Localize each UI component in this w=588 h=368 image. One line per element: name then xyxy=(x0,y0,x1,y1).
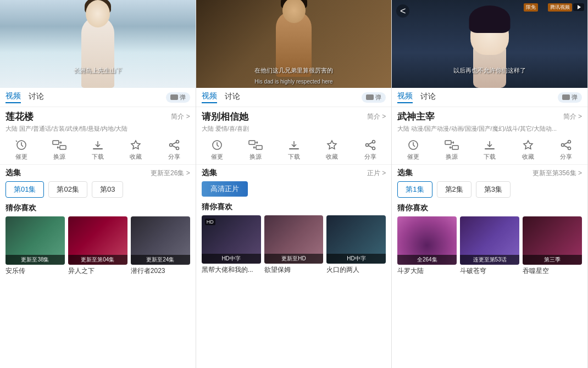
action-share-3[interactable]: 分享 xyxy=(558,138,574,161)
rec-item-1-2[interactable]: 更新至24集 潜行者2023 xyxy=(131,216,190,276)
action-star-1[interactable]: 收藏 xyxy=(128,138,143,161)
intro-link-2[interactable]: 简介 > xyxy=(367,112,386,121)
action-star-2[interactable]: 收藏 xyxy=(324,138,340,161)
action-label-star-3: 收藏 xyxy=(522,153,534,161)
rec-item-1-0[interactable]: 更新至38集 安乐传 xyxy=(5,216,65,276)
action-history-3[interactable]: 催更 xyxy=(406,138,421,161)
rec-item-3-2[interactable]: 第三季 吞噬星空 xyxy=(523,216,582,276)
ep-section-title-1: 选集 xyxy=(5,168,21,178)
ep-btn-3-0[interactable]: 第1集 xyxy=(397,181,432,198)
danmu-icon-1 xyxy=(170,94,178,100)
download-icon xyxy=(90,138,106,152)
tab-discussion-3[interactable]: 讨论 xyxy=(420,92,436,103)
action-share-1[interactable]: 分享 xyxy=(167,138,182,161)
ep-section-title-2: 选集 xyxy=(202,168,217,178)
video-thumb-1[interactable]: 长洲岛上先生山下 xyxy=(0,0,196,88)
ep-btn-1-2[interactable]: 第03 xyxy=(92,181,123,198)
svg-rect-3 xyxy=(93,148,103,149)
title-row-1: 莲花楼 简介 > xyxy=(5,110,190,123)
ep-btn-3-1[interactable]: 第2集 xyxy=(437,181,471,198)
rec-section-1: 猜你喜欢 更新至38集 安乐传 更新至第04集 异人之下 更新至24集 潜行者2… xyxy=(0,200,196,368)
rec-title-1: 猜你喜欢 xyxy=(5,203,190,213)
action-download-3[interactable]: 下载 xyxy=(482,138,497,161)
info-section-2: 请别相信她 简介 > 大陆 爱情/喜/喜剧 xyxy=(196,107,392,135)
show-title-3: 武神主宰 xyxy=(397,110,435,123)
rec-item-3-1[interactable]: 连更至第53话 斗破苍穹 xyxy=(460,216,519,276)
rec-item-1-1[interactable]: 更新至第04集 异人之下 xyxy=(68,216,127,276)
svg-rect-1 xyxy=(53,141,59,144)
action-history-2[interactable]: 催更 xyxy=(209,138,225,161)
rec-section-3: 猜你喜欢 全264集 斗罗大陆 连更至第53话 斗破苍穹 第三季 吞噬星空 xyxy=(392,200,587,368)
episode-header-2: 选集 正片 > xyxy=(202,168,386,178)
episode-list-2: 高清正片 xyxy=(202,181,386,197)
ep-btn-2-0[interactable]: 高清正片 xyxy=(202,181,248,197)
action-history-1[interactable]: 催更 xyxy=(14,138,29,161)
svg-point-13 xyxy=(365,144,368,147)
episode-section-2: 选集 正片 > 高清正片 xyxy=(196,165,392,199)
download-icon-3 xyxy=(482,138,497,152)
action-label-share-1: 分享 xyxy=(168,153,180,161)
tab-video-2[interactable]: 视频 xyxy=(202,91,217,103)
rec-name-3-1: 斗破苍穹 xyxy=(460,266,519,276)
rec-list-2: HD HD中字 黑帮大佬和我的... 更新至HD 欲望保姆 HD中字 火口的两人 xyxy=(202,215,386,275)
danmu-label-3: 弹 xyxy=(572,93,578,102)
rec-item-2-2[interactable]: HD中字 火口的两人 xyxy=(326,215,386,275)
danmu-btn-1[interactable]: 弹 xyxy=(166,92,190,103)
title-row-2: 请别相信她 简介 > xyxy=(202,110,386,123)
action-label-history-1: 催更 xyxy=(15,153,27,161)
panel-1: 长洲岛上先生山下 视频 讨论 弹 莲花楼 简介 > 大陆 国产/普通话/古装/武… xyxy=(0,0,196,368)
tab-discussion-1[interactable]: 讨论 xyxy=(29,92,44,103)
ep-btn-1-0[interactable]: 第01集 xyxy=(5,181,44,198)
episode-section-3: 选集 更新至第356集 > 第1集 第2集 第3集 xyxy=(392,165,587,200)
action-download-2[interactable]: 下载 xyxy=(286,138,302,161)
share-icon xyxy=(167,138,182,152)
svg-point-4 xyxy=(176,141,179,143)
danmu-btn-3[interactable]: 弹 xyxy=(558,92,582,103)
share-icon-3 xyxy=(558,138,574,152)
action-download-1[interactable]: 下载 xyxy=(90,138,106,161)
rec-badge-2-2: HD中字 xyxy=(326,254,386,264)
ep-update-2[interactable]: 正片 > xyxy=(367,169,386,178)
ep-btn-3-2[interactable]: 第3集 xyxy=(476,181,511,198)
ep-btn-1-1[interactable]: 第02集 xyxy=(48,181,87,198)
rec-name-1-1: 异人之下 xyxy=(68,266,127,276)
rec-badge-3-1: 连更至第53话 xyxy=(460,255,519,265)
rec-item-2-0[interactable]: HD HD中字 黑帮大佬和我的... xyxy=(202,215,261,275)
svg-rect-2 xyxy=(60,146,66,149)
episode-header-3: 选集 更新至第356集 > xyxy=(397,168,582,178)
rec-thumb-3-1: 连更至第53话 xyxy=(460,216,519,265)
back-btn-3[interactable]: < xyxy=(396,4,409,18)
intro-link-1[interactable]: 简介 > xyxy=(171,112,190,121)
ep-update-1[interactable]: 更新至26集 > xyxy=(151,169,190,178)
action-star-3[interactable]: 收藏 xyxy=(520,138,536,161)
rec-badge-2-0: HD中字 xyxy=(202,254,261,264)
action-switch-2[interactable]: 换源 xyxy=(248,138,263,161)
tags-1: 大陆 国产/普通话/古装/武侠/情/悬疑/内地/大陆 xyxy=(5,125,190,133)
danmu-label-1: 弹 xyxy=(180,93,186,102)
rec-item-3-0[interactable]: 全264集 斗罗大陆 xyxy=(397,216,457,276)
intro-link-3[interactable]: 简介 > xyxy=(563,112,582,121)
history-icon-2 xyxy=(209,138,225,152)
rec-badge-3-0: 全264集 xyxy=(397,255,457,265)
video-thumb-3[interactable]: 腾讯视频 限免 以后再也不允许你们这样了 < xyxy=(392,0,587,88)
danmu-btn-2[interactable]: 弹 xyxy=(362,92,386,103)
episode-section-1: 选集 更新至26集 > 第01集 第02集 第03 xyxy=(0,165,196,200)
switch-icon-3 xyxy=(444,138,459,152)
tab-video-1[interactable]: 视频 xyxy=(5,91,21,103)
tab-discussion-2[interactable]: 讨论 xyxy=(225,92,240,103)
tags-2: 大陆 爱情/喜/喜剧 xyxy=(202,125,386,133)
svg-point-5 xyxy=(176,147,179,150)
episode-header-1: 选集 更新至26集 > xyxy=(5,168,190,178)
panel-2: 在他们这几兄弟里算很厉害的 His dad is highly respecte… xyxy=(196,0,392,368)
rec-item-2-1[interactable]: 更新至HD 欲望保姆 xyxy=(264,215,324,275)
info-section-3: 武神主宰 简介 > 大陆 动漫/国产动漫/动画/国漫/国产/魔幻/战斗/其它/大… xyxy=(392,107,587,135)
video-thumb-2[interactable]: 在他们这几兄弟里算很厉害的 His dad is highly respecte… xyxy=(196,0,392,88)
action-label-download-3: 下载 xyxy=(484,153,496,161)
ep-update-3[interactable]: 更新至第356集 > xyxy=(532,169,582,178)
episode-list-1: 第01集 第02集 第03 xyxy=(5,181,190,198)
share-icon-2 xyxy=(363,138,378,152)
action-share-2[interactable]: 分享 xyxy=(363,138,378,161)
action-switch-3[interactable]: 换源 xyxy=(444,138,459,161)
tab-video-3[interactable]: 视频 xyxy=(397,91,413,103)
action-switch-1[interactable]: 换源 xyxy=(52,138,67,161)
